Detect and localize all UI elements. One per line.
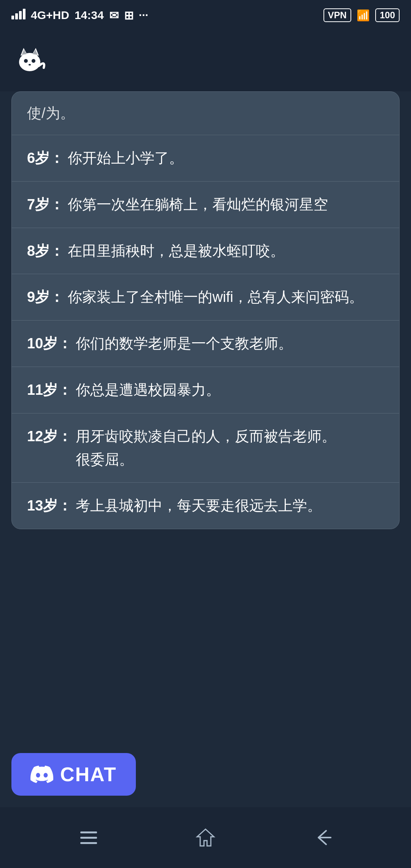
age-label-11: 11岁： xyxy=(27,378,72,402)
text-age10: 你们的数学老师是一个支教老师。 xyxy=(76,332,293,355)
text-age9: 你家装上了全村唯一的wifi，总有人来问密码。 xyxy=(68,286,363,309)
svg-point-7 xyxy=(32,59,35,63)
nav-home-button[interactable] xyxy=(190,822,221,853)
chat-row-age11: 11岁： 你总是遭遇校园暴力。 xyxy=(12,367,399,413)
chat-row-age8: 8岁： 在田里插秧时，总是被水蛭叮咬。 xyxy=(12,228,399,274)
chat-row-age10: 10岁： 你们的数学老师是一个支教老师。 xyxy=(12,321,399,367)
svg-rect-10 xyxy=(80,837,97,839)
chat-row-partial: 使/为。 xyxy=(12,92,399,135)
chat-row-age7: 7岁： 你第一次坐在躺椅上，看灿烂的银河星空 xyxy=(12,182,399,228)
text-age7: 你第一次坐在躺椅上，看灿烂的银河星空 xyxy=(68,193,328,216)
app-header xyxy=(0,30,411,91)
svg-point-1 xyxy=(19,53,40,71)
age-label-9: 9岁： xyxy=(27,286,64,309)
nav-menu-button[interactable] xyxy=(73,822,104,853)
chat-button-label: CHAT xyxy=(60,763,117,786)
chat-button[interactable]: CHAT xyxy=(11,753,136,796)
svg-rect-11 xyxy=(80,842,97,844)
notification-icon: ⊞ xyxy=(124,9,134,22)
age-label-7: 7岁： xyxy=(27,193,64,216)
age-label-12: 12岁： xyxy=(27,425,72,471)
age-label-13: 13岁： xyxy=(27,494,72,517)
text-age6: 你开始上小学了。 xyxy=(68,147,183,170)
more-icon: ··· xyxy=(139,9,148,22)
time-label: 14:34 xyxy=(75,9,104,22)
app-logo xyxy=(11,42,49,80)
chat-row-age13: 13岁： 考上县城初中，每天要走很远去上学。 xyxy=(12,483,399,529)
age-label-10: 10岁： xyxy=(27,332,72,355)
battery-label: 100 xyxy=(375,8,400,22)
status-left: 4G+HD 14:34 ✉ ⊞ ··· xyxy=(11,9,148,22)
chat-card: 使/为。 6岁： 你开始上小学了。 7岁： 你第一次坐在躺椅上，看灿烂的银河星空… xyxy=(11,91,400,529)
discord-icon xyxy=(30,763,53,786)
vpn-badge: VPN xyxy=(323,8,351,22)
text-age12: 用牙齿咬欺凌自己的人，反而被告老师。 很委屈。 xyxy=(76,425,336,471)
nav-bar xyxy=(0,807,411,868)
status-bar: 4G+HD 14:34 ✉ ⊞ ··· VPN 📶 100 xyxy=(0,0,411,30)
text-age13: 考上县城初中，每天要走很远去上学。 xyxy=(76,494,322,517)
bottom-area: CHAT xyxy=(0,742,411,807)
email-icon: ✉ xyxy=(109,9,119,22)
signal-icon xyxy=(11,9,25,22)
wifi-icon: 📶 xyxy=(357,9,370,22)
chat-row-age9: 9岁： 你家装上了全村唯一的wifi，总有人来问密码。 xyxy=(12,274,399,321)
age-label-6: 6岁： xyxy=(27,147,64,170)
chat-row-age12: 12岁： 用牙齿咬欺凌自己的人，反而被告老师。 很委屈。 xyxy=(12,413,399,483)
text-age8: 在田里插秧时，总是被水蛭叮咬。 xyxy=(68,239,285,263)
age-label-8: 8岁： xyxy=(27,239,64,263)
svg-point-6 xyxy=(24,59,28,63)
partial-text: 使/为。 xyxy=(27,105,75,121)
svg-point-8 xyxy=(29,64,31,65)
status-right: VPN 📶 100 xyxy=(323,8,400,22)
svg-rect-9 xyxy=(80,831,97,833)
nav-back-button[interactable] xyxy=(307,822,338,853)
text-age11: 你总是遭遇校园暴力。 xyxy=(76,378,220,402)
network-label: 4G+HD xyxy=(31,9,69,22)
chat-row-age6: 6岁： 你开始上小学了。 xyxy=(12,135,399,182)
